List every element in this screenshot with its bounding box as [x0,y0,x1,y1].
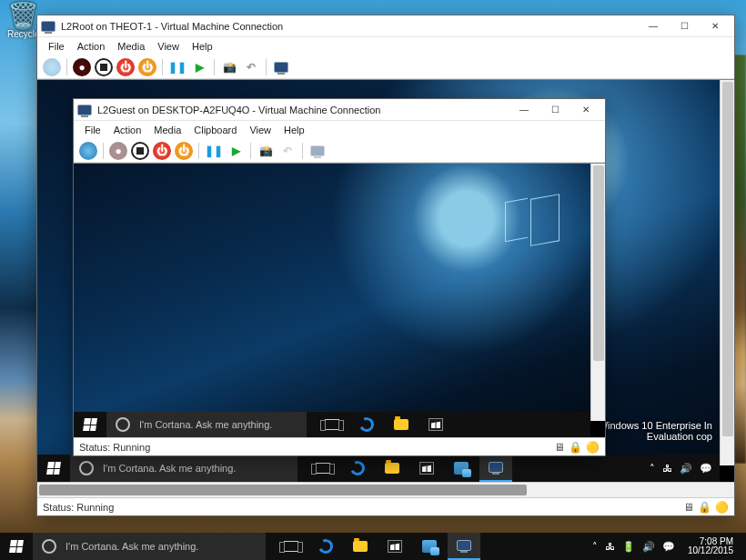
menu-file[interactable]: File [79,123,106,137]
outer-titlebar[interactable]: L2Root on THEOT-1 - Virtual Machine Conn… [37,15,734,37]
vm-app-icon [77,103,92,117]
guest1-tray[interactable]: ˄ 🖧 🔊 💬 [642,455,720,482]
tray-notifications-icon[interactable]: 💬 [700,463,712,475]
host-tray[interactable]: ˄ 🖧 🔋 🔊 💬 7:08 PM 10/12/2015 [585,533,746,560]
store-button[interactable] [419,412,452,437]
store-icon [419,462,434,475]
tray-volume-icon[interactable]: 🔊 [642,541,655,553]
revert-icon[interactable]: ↶ [278,142,297,160]
close-button[interactable]: ✕ [700,15,731,37]
edge-button[interactable] [350,412,383,437]
turnoff-icon[interactable] [131,142,149,160]
inner-titlebar[interactable]: L2Guest on DESKTOP-A2FUQ4O - Virtual Mac… [74,99,605,121]
cortana-icon [79,461,94,475]
menu-media[interactable]: Media [112,39,150,54]
inner-vertical-scrollbar[interactable] [590,164,605,421]
pause-icon[interactable]: ❚❚ [168,58,186,76]
minimize-button[interactable]: — [638,15,669,37]
scrollbar-thumb[interactable] [722,82,733,436]
edge-button[interactable] [341,455,374,482]
menu-action[interactable]: Action [108,123,147,137]
guest2-start-button[interactable] [74,412,106,437]
save-icon[interactable]: ⏻ [138,58,156,76]
security-icon[interactable]: 🟡 [586,441,600,454]
guest1-cortana-search[interactable]: I'm Cortana. Ask me anything. [70,455,297,482]
host-cortana-search[interactable]: I'm Cortana. Ask me anything. [33,533,266,560]
tray-volume-icon[interactable]: 🔊 [680,463,692,475]
shutdown-icon[interactable]: ⏻ [153,142,171,160]
windows-icon [46,462,61,475]
tray-network-icon[interactable]: 🖧 [605,541,615,552]
start-icon[interactable]: ● [109,142,127,160]
edge-icon [348,459,368,478]
shutdown-icon[interactable]: ⏻ [116,58,135,76]
enhanced-session-icon[interactable] [272,58,290,76]
menu-file[interactable]: File [43,39,70,54]
file-explorer-button[interactable] [344,533,377,560]
lock-icon[interactable]: 🔒 [698,501,711,514]
display-config-icon[interactable]: 🖥 [554,441,565,454]
guest2-task-items [316,412,452,437]
save-icon[interactable]: ⏻ [175,142,193,160]
pause-icon[interactable]: ❚❚ [205,142,223,160]
maximize-button[interactable]: ☐ [669,15,700,37]
ctrl-alt-del-icon[interactable] [79,142,97,160]
outer-vertical-scrollbar[interactable] [720,80,734,465]
inner-statusbar: Status: Running 🖥 🔒 🟡 [74,437,605,455]
scrollbar-thumb[interactable] [593,165,604,361]
task-view-button[interactable] [316,412,348,437]
start-icon[interactable]: ● [73,58,91,76]
guest1-cortana-placeholder: I'm Cortana. Ask me anything. [103,463,236,474]
enhanced-session-icon[interactable] [308,142,327,160]
guest1-start-button[interactable] [37,455,70,482]
checkpoint-icon[interactable]: 📸 [220,58,238,76]
lock-icon[interactable]: 🔒 [569,441,582,454]
menu-view[interactable]: View [152,39,185,54]
revert-icon[interactable]: ↶ [242,58,260,76]
menu-help[interactable]: Help [186,39,218,54]
vmc-button[interactable] [479,455,512,482]
turnoff-icon[interactable] [95,58,113,76]
host-start-button[interactable] [0,533,33,560]
ctrl-alt-del-icon[interactable] [43,58,61,76]
display-config-icon[interactable]: 🖥 [683,501,694,514]
close-button[interactable]: ✕ [570,99,601,121]
file-explorer-button[interactable] [376,455,408,482]
store-button[interactable] [410,455,443,482]
menu-media[interactable]: Media [148,123,186,137]
host-clock[interactable]: 7:08 PM 10/12/2015 [682,537,739,556]
scrollbar-thumb[interactable] [39,485,527,495]
tray-chevron-icon[interactable]: ˄ [650,463,655,475]
store-button[interactable] [378,533,411,560]
tray-chevron-icon[interactable]: ˄ [592,541,598,553]
outer-status-text: Status: Running [43,502,114,513]
reset-icon[interactable]: ▶ [190,58,208,76]
tray-network-icon[interactable]: 🖧 [662,463,672,474]
hyperv-manager-button[interactable] [445,455,478,482]
minimize-button[interactable]: — [509,99,539,121]
guest1-eval-line2: Evaluation cop [599,431,712,442]
tray-battery-icon[interactable]: 🔋 [622,541,635,553]
guest2-cortana-search[interactable]: I'm Cortana. Ask me anything. [106,412,307,437]
menu-view[interactable]: View [244,123,277,137]
maximize-button[interactable]: ☐ [539,99,570,121]
hyperv-manager-button[interactable] [413,533,446,560]
menu-help[interactable]: Help [278,123,310,137]
vmc-button[interactable] [448,533,480,560]
recycle-bin[interactable]: 🗑️ Recycle [7,4,40,39]
menu-clipboard[interactable]: Clipboard [188,123,242,137]
guest2-taskbar: I'm Cortana. Ask me anything. [74,412,590,437]
outer-toolbar: ● ⏻ ⏻ ❚❚ ▶ 📸 ↶ [37,55,734,79]
outer-horizontal-scrollbar[interactable] [37,482,734,497]
security-icon[interactable]: 🟡 [715,501,729,514]
menu-action[interactable]: Action [72,39,111,54]
checkpoint-icon[interactable]: 📸 [257,142,275,160]
edge-button[interactable] [309,533,342,560]
vmc-icon [457,540,471,551]
tray-notifications-icon[interactable]: 💬 [662,541,675,553]
task-view-button[interactable] [307,455,339,482]
windows-icon [83,418,97,431]
file-explorer-button[interactable] [385,412,418,437]
task-view-button[interactable] [275,533,307,560]
reset-icon[interactable]: ▶ [227,142,245,160]
